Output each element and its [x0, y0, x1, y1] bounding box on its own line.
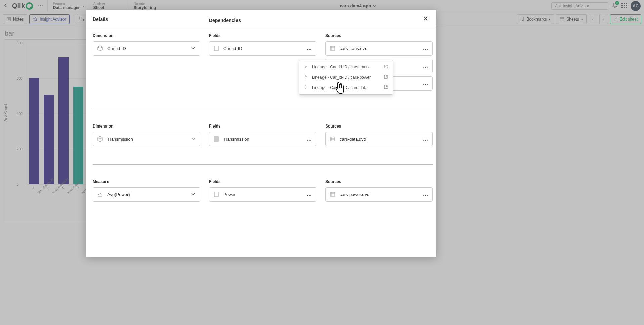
details-modal: Details Dependencies DimensionCar_id-IDF… [86, 10, 436, 257]
cube-icon [96, 45, 104, 52]
lineage-icon [304, 85, 309, 91]
open-external-icon[interactable] [384, 75, 388, 80]
source-value: cars-power.qvd [340, 192, 419, 197]
more-button[interactable] [422, 45, 429, 52]
source-value: cars-data.qvd [340, 137, 419, 142]
open-external-icon[interactable] [384, 85, 388, 91]
dimension-label: Measure [93, 179, 200, 184]
fields-label: Fields [209, 33, 316, 38]
lineage-icon [304, 74, 309, 80]
expand-button[interactable] [190, 135, 197, 143]
separator [93, 109, 433, 109]
dimension-card[interactable]: Car_id-ID [93, 41, 200, 56]
dimension-label: Dimension [93, 33, 200, 38]
separator [93, 164, 433, 165]
field-value: Transmission [223, 137, 302, 142]
field-value: Power [223, 192, 302, 197]
more-button[interactable] [306, 135, 313, 143]
field-card[interactable]: Power [209, 187, 316, 202]
more-button[interactable] [306, 191, 313, 198]
table-icon [329, 45, 336, 51]
expand-button[interactable] [190, 45, 197, 52]
dimension-value: Transmission [107, 137, 186, 142]
fields-label: Fields [209, 179, 316, 184]
measure-icon [96, 191, 104, 197]
source-card[interactable]: cars-power.qvd [325, 187, 433, 202]
dimension-label: Dimension [93, 124, 200, 129]
fields-label: Fields [209, 124, 316, 129]
lineage-menu-item[interactable]: Lineage - Car_id-ID / cars-data [299, 82, 393, 93]
field-card[interactable]: Car_id-ID [209, 41, 316, 56]
sources-label: Sources [325, 33, 433, 38]
more-button[interactable] [422, 191, 429, 198]
lineage-menu-item[interactable]: Lineage - Car_id-ID / cars-power [299, 72, 393, 82]
more-button[interactable] [422, 62, 429, 70]
more-button[interactable] [306, 45, 313, 52]
sources-label: Sources [325, 124, 433, 129]
table-icon [329, 191, 336, 197]
cube-icon [96, 136, 104, 142]
lineage-popover: Lineage - Car_id-ID / cars-transLineage … [299, 60, 393, 95]
lineage-text: Lineage - Car_id-ID / cars-power [312, 75, 380, 80]
lineage-icon [304, 64, 309, 70]
field-icon [213, 136, 220, 142]
modal-subtitle: Dependencies [86, 17, 436, 28]
field-card[interactable]: Transmission [209, 132, 316, 146]
more-button[interactable] [422, 80, 429, 87]
more-button[interactable] [422, 135, 429, 143]
field-icon [213, 45, 220, 51]
field-value: Car_id-ID [223, 46, 302, 51]
open-external-icon[interactable] [384, 64, 388, 70]
field-icon [213, 191, 220, 197]
lineage-text: Lineage - Car_id-ID / cars-trans [312, 65, 380, 69]
sources-label: Sources [325, 179, 433, 184]
dimension-value: Avg(Power) [107, 192, 186, 197]
dimension-card[interactable]: Transmission [93, 132, 200, 146]
expand-button[interactable] [190, 191, 197, 198]
source-card[interactable]: cars-data.qvd [325, 132, 433, 146]
lineage-text: Lineage - Car_id-ID / cars-data [312, 85, 380, 90]
lineage-menu-item[interactable]: Lineage - Car_id-ID / cars-trans [299, 62, 393, 72]
dimension-value: Car_id-ID [107, 46, 186, 51]
dimension-card[interactable]: Avg(Power) [93, 187, 200, 202]
source-card[interactable]: cars-trans.qvd [325, 41, 433, 56]
source-value: cars-trans.qvd [340, 46, 419, 51]
table-icon [329, 136, 336, 142]
